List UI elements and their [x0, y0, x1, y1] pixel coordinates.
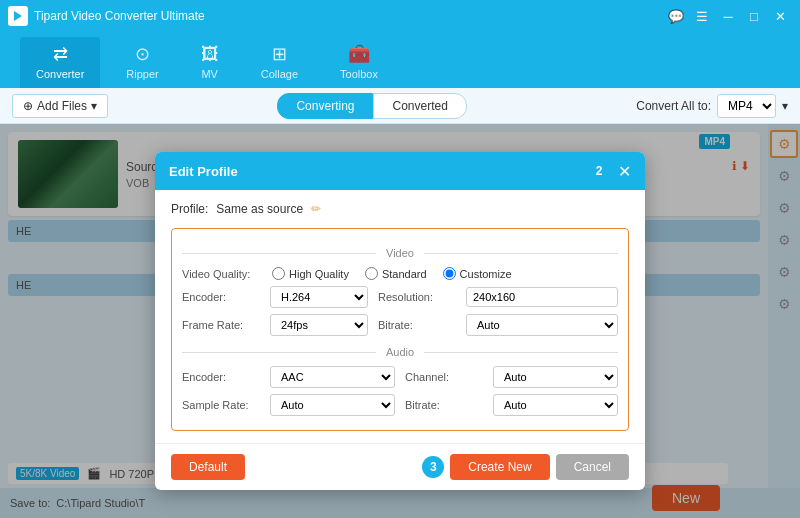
audio-encoder-row: Encoder: AAC — [182, 366, 395, 388]
frame-rate-label: Frame Rate: — [182, 319, 262, 331]
modal-close-button[interactable]: ✕ — [618, 162, 631, 181]
video-bitrate-select[interactable]: Auto — [466, 314, 618, 336]
audio-fields-grid: Encoder: AAC Channel: Auto S — [182, 366, 618, 416]
video-bitrate-row: Bitrate: Auto — [378, 314, 618, 336]
profile-label: Profile: — [171, 202, 208, 216]
converter-icon: ⇄ — [53, 43, 68, 65]
channel-row: Channel: Auto — [405, 366, 618, 388]
mv-icon: 🖼 — [201, 44, 219, 65]
title-bar-left: Tipard Video Converter Ultimate — [8, 6, 205, 26]
add-files-button[interactable]: ⊕ Add Files ▾ — [12, 94, 108, 118]
footer-buttons: 3 Create New Cancel — [422, 454, 629, 480]
modal-body: Profile: Same as source ✏ Video Video Qu… — [155, 190, 645, 443]
create-new-button[interactable]: Create New — [450, 454, 549, 480]
audio-section-divider: Audio — [182, 346, 618, 358]
resolution-label: Resolution: — [378, 291, 458, 303]
nav-item-ripper[interactable]: ⊙ Ripper — [110, 37, 174, 88]
svg-marker-0 — [14, 11, 22, 21]
encoder-label: Encoder: — [182, 291, 262, 303]
audio-encoder-select[interactable]: AAC — [270, 366, 395, 388]
customize-label: Customize — [460, 268, 512, 280]
sample-rate-select[interactable]: Auto — [270, 394, 395, 416]
close-button[interactable]: ✕ — [768, 6, 792, 26]
nav-label-ripper: Ripper — [126, 68, 158, 80]
minimize-button[interactable]: ─ — [716, 6, 740, 26]
nav-label-toolbox: Toolbox — [340, 68, 378, 80]
high-quality-label: High Quality — [289, 268, 349, 280]
nav-label-collage: Collage — [261, 68, 298, 80]
frame-rate-select[interactable]: 24fps — [270, 314, 368, 336]
customize-option[interactable]: Customize — [443, 267, 512, 280]
resolution-input[interactable] — [466, 287, 618, 307]
modal-overlay: Edit Profile 2 ✕ Profile: Same as source… — [0, 124, 800, 518]
video-section-divider: Video — [182, 247, 618, 259]
modal-title: Edit Profile — [169, 164, 238, 179]
quality-radio-group: High Quality Standard Customize — [272, 267, 512, 280]
encoder-select[interactable]: H.264 — [270, 286, 368, 308]
high-quality-radio[interactable] — [272, 267, 285, 280]
chat-button[interactable]: 💬 — [664, 6, 688, 26]
encoder-row: Encoder: H.264 — [182, 286, 368, 308]
sample-rate-row: Sample Rate: Auto — [182, 394, 395, 416]
standard-option[interactable]: Standard — [365, 267, 427, 280]
step-2-indicator: 2 — [588, 160, 610, 182]
nav-label-mv: MV — [201, 68, 218, 80]
channel-select[interactable]: Auto — [493, 366, 618, 388]
settings-section: Video Video Quality: High Quality — [171, 228, 629, 431]
high-quality-option[interactable]: High Quality — [272, 267, 349, 280]
nav-bar: ⇄ Converter ⊙ Ripper 🖼 MV ⊞ Collage 🧰 To… — [0, 32, 800, 88]
video-fields-grid: Encoder: H.264 Resolution: Frame Rate: — [182, 286, 618, 336]
modal-header-right: 2 ✕ — [588, 160, 631, 182]
menu-button[interactable]: ☰ — [690, 6, 714, 26]
default-button[interactable]: Default — [171, 454, 245, 480]
frame-rate-row: Frame Rate: 24fps — [182, 314, 368, 336]
profile-edit-icon[interactable]: ✏ — [311, 202, 321, 216]
dropdown-arrow-icon: ▾ — [91, 99, 97, 113]
video-label: Video — [376, 247, 424, 259]
toolbar: ⊕ Add Files ▾ Converting Converted Conve… — [0, 88, 800, 124]
video-bitrate-label: Bitrate: — [378, 319, 458, 331]
nav-item-mv[interactable]: 🖼 MV — [185, 38, 235, 88]
audio-bitrate-row: Bitrate: Auto — [405, 394, 618, 416]
channel-label: Channel: — [405, 371, 485, 383]
resolution-row: Resolution: — [378, 286, 618, 308]
cancel-button[interactable]: Cancel — [556, 454, 629, 480]
tab-converted[interactable]: Converted — [373, 93, 466, 119]
collage-icon: ⊞ — [272, 43, 287, 65]
format-dropdown-arrow: ▾ — [782, 99, 788, 113]
app-logo — [8, 6, 28, 26]
quality-row: Video Quality: High Quality Standard — [182, 267, 618, 280]
quality-label: Video Quality: — [182, 268, 262, 280]
main-content: Source: VOB.vob ℹ VOB 720x480 00:00:30 2… — [0, 124, 800, 518]
profile-row: Profile: Same as source ✏ — [171, 202, 629, 216]
customize-radio[interactable] — [443, 267, 456, 280]
audio-bitrate-select[interactable]: Auto — [493, 394, 618, 416]
profile-value: Same as source — [216, 202, 303, 216]
audio-label: Audio — [376, 346, 424, 358]
step-3-indicator: 3 — [422, 456, 444, 478]
nav-item-toolbox[interactable]: 🧰 Toolbox — [324, 37, 394, 88]
ripper-icon: ⊙ — [135, 43, 150, 65]
title-bar: Tipard Video Converter Ultimate 💬 ☰ ─ □ … — [0, 0, 800, 32]
toolbar-left: ⊕ Add Files ▾ — [12, 94, 108, 118]
maximize-button[interactable]: □ — [742, 6, 766, 26]
modal-footer: Default 3 Create New Cancel — [155, 443, 645, 490]
title-bar-controls: 💬 ☰ ─ □ ✕ — [664, 6, 792, 26]
nav-label-converter: Converter — [36, 68, 84, 80]
convert-all-label: Convert All to: — [636, 99, 711, 113]
format-select[interactable]: MP4 — [717, 94, 776, 118]
nav-item-converter[interactable]: ⇄ Converter — [20, 37, 100, 88]
plus-icon: ⊕ — [23, 99, 33, 113]
edit-profile-modal: Edit Profile 2 ✕ Profile: Same as source… — [155, 152, 645, 490]
toolbox-icon: 🧰 — [348, 43, 370, 65]
standard-radio[interactable] — [365, 267, 378, 280]
nav-item-collage[interactable]: ⊞ Collage — [245, 37, 314, 88]
tab-converting[interactable]: Converting — [277, 93, 373, 119]
sample-rate-label: Sample Rate: — [182, 399, 262, 411]
audio-bitrate-label: Bitrate: — [405, 399, 485, 411]
app-title: Tipard Video Converter Ultimate — [34, 9, 205, 23]
add-files-label: Add Files — [37, 99, 87, 113]
standard-label: Standard — [382, 268, 427, 280]
toolbar-right: Convert All to: MP4 ▾ — [636, 94, 788, 118]
tab-group: Converting Converted — [277, 93, 466, 119]
